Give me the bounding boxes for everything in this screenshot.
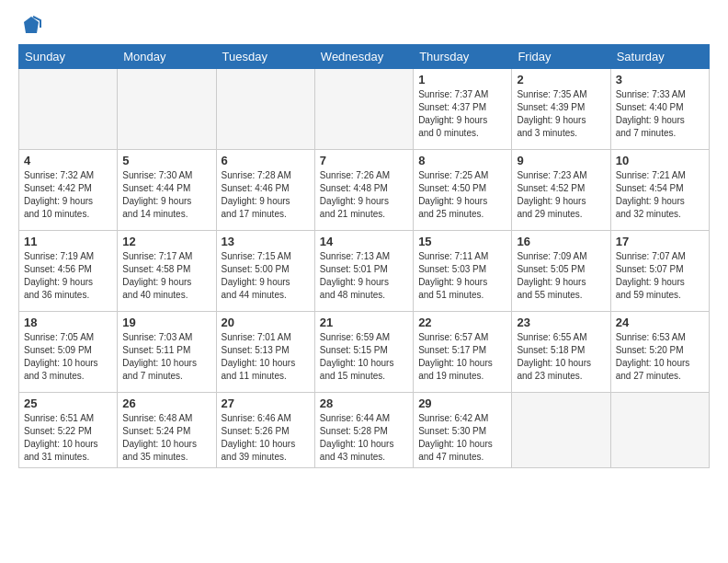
calendar-cell: 6Sunrise: 7:28 AM Sunset: 4:46 PM Daylig…: [216, 150, 314, 231]
day-info: Sunrise: 6:57 AM Sunset: 5:17 PM Dayligh…: [418, 331, 506, 383]
calendar-cell: [512, 393, 610, 468]
week-row-2: 4Sunrise: 7:32 AM Sunset: 4:42 PM Daylig…: [19, 150, 710, 231]
day-number: 1: [418, 73, 506, 86]
day-info: Sunrise: 7:09 AM Sunset: 5:05 PM Dayligh…: [517, 250, 605, 302]
calendar-cell: 19Sunrise: 7:03 AM Sunset: 5:11 PM Dayli…: [118, 312, 216, 393]
week-row-1: 1Sunrise: 7:37 AM Sunset: 4:37 PM Daylig…: [19, 69, 710, 150]
day-number: 25: [24, 396, 112, 410]
calendar-cell: 28Sunrise: 6:44 AM Sunset: 5:28 PM Dayli…: [314, 393, 413, 468]
weekday-header-thursday: Thursday: [414, 45, 512, 69]
calendar-cell: 11Sunrise: 7:19 AM Sunset: 4:56 PM Dayli…: [19, 231, 118, 312]
weekday-header-saturday: Saturday: [610, 45, 709, 69]
day-info: Sunrise: 6:59 AM Sunset: 5:15 PM Dayligh…: [320, 331, 408, 383]
day-info: Sunrise: 7:37 AM Sunset: 4:37 PM Dayligh…: [418, 88, 506, 140]
calendar-cell: [118, 69, 216, 150]
calendar-cell: 21Sunrise: 6:59 AM Sunset: 5:15 PM Dayli…: [314, 312, 413, 393]
day-info: Sunrise: 7:03 AM Sunset: 5:11 PM Dayligh…: [122, 331, 210, 383]
day-number: 24: [616, 316, 704, 329]
day-number: 8: [418, 154, 506, 167]
calendar-cell: 20Sunrise: 7:01 AM Sunset: 5:13 PM Dayli…: [216, 312, 314, 393]
calendar-cell: 4Sunrise: 7:32 AM Sunset: 4:42 PM Daylig…: [19, 150, 118, 231]
day-number: 20: [222, 316, 310, 329]
weekday-header-friday: Friday: [512, 45, 610, 69]
day-number: 21: [320, 316, 408, 329]
day-info: Sunrise: 6:51 AM Sunset: 5:22 PM Dayligh…: [24, 412, 112, 464]
day-info: Sunrise: 7:32 AM Sunset: 4:42 PM Dayligh…: [24, 169, 112, 221]
calendar-cell: 26Sunrise: 6:48 AM Sunset: 5:24 PM Dayli…: [118, 393, 216, 468]
calendar-cell: 1Sunrise: 7:37 AM Sunset: 4:37 PM Daylig…: [414, 69, 512, 150]
calendar-cell: 22Sunrise: 6:57 AM Sunset: 5:17 PM Dayli…: [414, 312, 512, 393]
calendar-cell: 18Sunrise: 7:05 AM Sunset: 5:09 PM Dayli…: [19, 312, 118, 393]
calendar-cell: 27Sunrise: 6:46 AM Sunset: 5:26 PM Dayli…: [216, 393, 314, 468]
weekday-header-tuesday: Tuesday: [216, 45, 314, 69]
day-info: Sunrise: 6:55 AM Sunset: 5:18 PM Dayligh…: [517, 331, 605, 383]
calendar-cell: 25Sunrise: 6:51 AM Sunset: 5:22 PM Dayli…: [19, 393, 118, 468]
day-info: Sunrise: 7:01 AM Sunset: 5:13 PM Dayligh…: [222, 331, 310, 383]
calendar-cell: 13Sunrise: 7:15 AM Sunset: 5:00 PM Dayli…: [216, 231, 314, 312]
calendar-cell: 15Sunrise: 7:11 AM Sunset: 5:03 PM Dayli…: [414, 231, 512, 312]
day-number: 3: [616, 73, 704, 86]
day-number: 13: [222, 235, 310, 248]
weekday-header-monday: Monday: [118, 45, 216, 69]
day-info: Sunrise: 7:19 AM Sunset: 4:56 PM Dayligh…: [24, 250, 112, 302]
calendar-cell: [216, 69, 314, 150]
day-number: 5: [122, 154, 210, 167]
calendar-cell: 29Sunrise: 6:42 AM Sunset: 5:30 PM Dayli…: [414, 393, 512, 468]
logo: [18, 15, 42, 37]
week-row-5: 25Sunrise: 6:51 AM Sunset: 5:22 PM Dayli…: [19, 393, 710, 468]
weekday-header-wednesday: Wednesday: [314, 45, 413, 69]
day-number: 17: [616, 235, 704, 248]
calendar-cell: [314, 69, 413, 150]
day-info: Sunrise: 7:21 AM Sunset: 4:54 PM Dayligh…: [616, 169, 704, 221]
day-info: Sunrise: 7:13 AM Sunset: 5:01 PM Dayligh…: [320, 250, 408, 302]
day-number: 29: [418, 396, 506, 410]
calendar-cell: 16Sunrise: 7:09 AM Sunset: 5:05 PM Dayli…: [512, 231, 610, 312]
day-number: 6: [222, 154, 310, 167]
day-info: Sunrise: 7:33 AM Sunset: 4:40 PM Dayligh…: [616, 88, 704, 140]
day-info: Sunrise: 7:30 AM Sunset: 4:44 PM Dayligh…: [122, 169, 210, 221]
calendar-table: SundayMondayTuesdayWednesdayThursdayFrid…: [18, 44, 710, 468]
day-info: Sunrise: 6:53 AM Sunset: 5:20 PM Dayligh…: [616, 331, 704, 383]
day-number: 28: [320, 396, 408, 410]
day-info: Sunrise: 7:11 AM Sunset: 5:03 PM Dayligh…: [418, 250, 506, 302]
calendar-cell: 12Sunrise: 7:17 AM Sunset: 4:58 PM Dayli…: [118, 231, 216, 312]
day-number: 18: [24, 316, 112, 329]
day-number: 12: [122, 235, 210, 248]
day-info: Sunrise: 7:15 AM Sunset: 5:00 PM Dayligh…: [222, 250, 310, 302]
day-info: Sunrise: 6:44 AM Sunset: 5:28 PM Dayligh…: [320, 412, 408, 464]
day-info: Sunrise: 6:46 AM Sunset: 5:26 PM Dayligh…: [222, 412, 310, 464]
calendar-cell: 23Sunrise: 6:55 AM Sunset: 5:18 PM Dayli…: [512, 312, 610, 393]
calendar-cell: 5Sunrise: 7:30 AM Sunset: 4:44 PM Daylig…: [118, 150, 216, 231]
page-header: [18, 15, 710, 37]
calendar-page: SundayMondayTuesdayWednesdayThursdayFrid…: [0, 0, 728, 563]
week-row-4: 18Sunrise: 7:05 AM Sunset: 5:09 PM Dayli…: [19, 312, 710, 393]
day-info: Sunrise: 7:05 AM Sunset: 5:09 PM Dayligh…: [24, 331, 112, 383]
day-info: Sunrise: 7:35 AM Sunset: 4:39 PM Dayligh…: [517, 88, 605, 140]
calendar-cell: 2Sunrise: 7:35 AM Sunset: 4:39 PM Daylig…: [512, 69, 610, 150]
day-info: Sunrise: 7:25 AM Sunset: 4:50 PM Dayligh…: [418, 169, 506, 221]
day-number: 19: [122, 316, 210, 329]
calendar-cell: 14Sunrise: 7:13 AM Sunset: 5:01 PM Dayli…: [314, 231, 413, 312]
week-row-3: 11Sunrise: 7:19 AM Sunset: 4:56 PM Dayli…: [19, 231, 710, 312]
day-info: Sunrise: 7:07 AM Sunset: 5:07 PM Dayligh…: [616, 250, 704, 302]
day-info: Sunrise: 7:17 AM Sunset: 4:58 PM Dayligh…: [122, 250, 210, 302]
calendar-cell: 7Sunrise: 7:26 AM Sunset: 4:48 PM Daylig…: [314, 150, 413, 231]
calendar-cell: 8Sunrise: 7:25 AM Sunset: 4:50 PM Daylig…: [414, 150, 512, 231]
day-number: 4: [24, 154, 112, 167]
day-info: Sunrise: 7:28 AM Sunset: 4:46 PM Dayligh…: [222, 169, 310, 221]
calendar-cell: 10Sunrise: 7:21 AM Sunset: 4:54 PM Dayli…: [610, 150, 709, 231]
day-number: 26: [122, 396, 210, 410]
day-number: 7: [320, 154, 408, 167]
calendar-cell: 24Sunrise: 6:53 AM Sunset: 5:20 PM Dayli…: [610, 312, 709, 393]
day-number: 10: [616, 154, 704, 167]
calendar-cell: 17Sunrise: 7:07 AM Sunset: 5:07 PM Dayli…: [610, 231, 709, 312]
day-info: Sunrise: 7:26 AM Sunset: 4:48 PM Dayligh…: [320, 169, 408, 221]
day-info: Sunrise: 6:42 AM Sunset: 5:30 PM Dayligh…: [418, 412, 506, 464]
calendar-cell: 9Sunrise: 7:23 AM Sunset: 4:52 PM Daylig…: [512, 150, 610, 231]
day-number: 16: [517, 235, 605, 248]
logo-icon: [20, 15, 42, 37]
calendar-cell: 3Sunrise: 7:33 AM Sunset: 4:40 PM Daylig…: [610, 69, 709, 150]
calendar-cell: [610, 393, 709, 468]
day-number: 11: [24, 235, 112, 248]
day-number: 23: [517, 316, 605, 329]
